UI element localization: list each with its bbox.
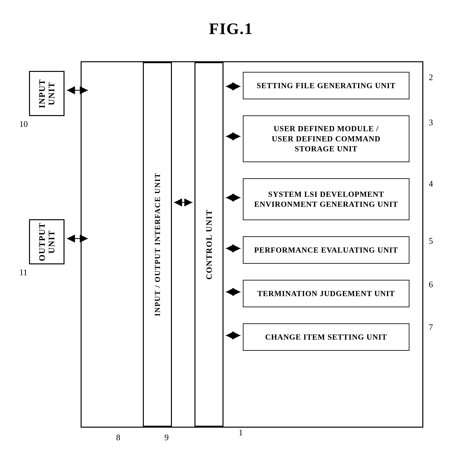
termination-label: TERMINATION JUDGEMENT UNIT [257,289,395,298]
arrow-output-io [65,233,90,244]
arrow-io-control [171,194,195,211]
control-unit-box: CONTROL UNIT [195,62,223,427]
page-title: FIG.1 [0,0,462,38]
output-unit-label: OUTPUT UNIT [37,220,56,264]
ref-7: 7 [429,322,433,332]
arrow-input-io [65,85,90,96]
control-unit-label: CONTROL UNIT [204,209,214,280]
change-item-label: CHANGE ITEM SETTING UNIT [265,332,387,342]
arrow-7 [223,331,243,340]
input-unit-box: INPUT UNIT [29,71,65,116]
termination-box: TERMINATION JUDGEMENT UNIT [243,280,410,307]
outer-box: INPUT / OUTPUT INTERFACE UNIT CONTROL UN… [81,61,423,428]
io-interface-box: INPUT / OUTPUT INTERFACE UNIT [143,62,172,427]
system-lsi-label: SYSTEM LSI DEVELOPMENT ENVIRONMENT GENER… [254,189,398,209]
ref-5: 5 [429,236,433,246]
ref-4: 4 [429,179,433,188]
ref-1: 1 [239,428,243,437]
arrow-4 [223,193,243,203]
user-defined-label: USER DEFINED MODULE / USER DEFINED COMMA… [272,124,381,154]
change-item-box: CHANGE ITEM SETTING UNIT [243,323,410,351]
io-interface-label: INPUT / OUTPUT INTERFACE UNIT [153,173,162,316]
ref-9: 9 [164,433,169,442]
arrow-2 [223,82,243,91]
diagram-container: INPUT / OUTPUT INTERFACE UNIT CONTROL UN… [29,45,433,441]
arrow-6 [223,287,243,297]
setting-file-label: SETTING FILE GENERATING UNIT [257,81,396,91]
user-defined-box: USER DEFINED MODULE / USER DEFINED COMMA… [243,115,410,162]
input-unit-label: INPUT UNIT [37,72,56,115]
performance-label: PERFORMANCE EVALUATING UNIT [254,245,398,255]
ref-11: 11 [19,268,27,277]
ref-2: 2 [429,73,433,82]
output-unit-box: OUTPUT UNIT [29,219,65,264]
performance-box: PERFORMANCE EVALUATING UNIT [243,236,410,264]
ref-8: 8 [116,433,120,442]
system-lsi-box: SYSTEM LSI DEVELOPMENT ENVIRONMENT GENER… [243,178,410,220]
ref-6: 6 [429,280,433,289]
arrow-3 [223,132,243,141]
ref-3: 3 [429,118,433,127]
setting-file-box: SETTING FILE GENERATING UNIT [243,72,410,99]
ref-10: 10 [19,119,28,129]
arrow-5 [223,244,243,253]
